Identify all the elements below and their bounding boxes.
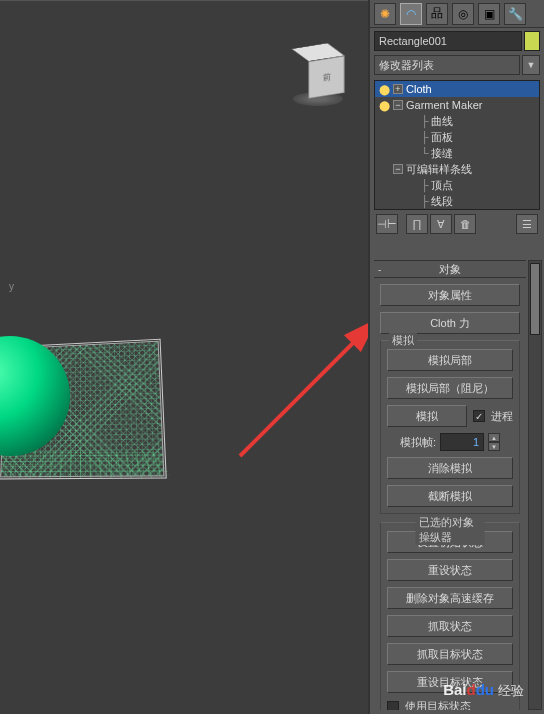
modifier-list-dropdown-arrow[interactable]: ▼	[522, 55, 540, 75]
stack-sub-seam[interactable]: └ 接缝	[375, 145, 539, 161]
simulate-local-damped-button[interactable]: 模拟局部（阻尼）	[387, 377, 513, 399]
sim-frames-spinner[interactable]: ▲▼	[488, 433, 500, 451]
tree-line-icon: ├	[421, 131, 429, 143]
viewcube-front[interactable]: 前	[308, 56, 344, 99]
simulate-button[interactable]: 模拟	[387, 405, 467, 427]
axis-y-label: y	[9, 281, 14, 292]
tree-line-icon: └	[421, 147, 429, 159]
viewcube-cube[interactable]: 前	[300, 49, 336, 92]
collapse-icon[interactable]: −	[393, 164, 403, 174]
utilities-tab-icon[interactable]: 🔧	[504, 3, 526, 25]
stack-sub-vertex[interactable]: ├ 顶点	[375, 177, 539, 193]
pin-stack-icon[interactable]: ⊣⊢	[376, 214, 398, 234]
group-label: 已选的对象操纵器	[416, 515, 485, 545]
use-target-checkbox[interactable]	[387, 701, 399, 711]
remove-modifier-icon[interactable]: 🗑	[454, 214, 476, 234]
stack-label: 线段	[431, 194, 453, 209]
stack-label: 接缝	[431, 146, 453, 161]
stack-item-garment[interactable]: ⬤ − Garment Maker	[375, 97, 539, 113]
create-tab-icon[interactable]: ✺	[374, 3, 396, 25]
object-properties-button[interactable]: 对象属性	[380, 284, 520, 306]
motion-tab-icon[interactable]: ◎	[452, 3, 474, 25]
tree-line-icon: ├	[421, 115, 429, 127]
progress-checkbox[interactable]: ✓	[473, 410, 485, 422]
delete-cache-button[interactable]: 删除对象高速缓存	[387, 587, 513, 609]
group-label: 模拟	[389, 333, 417, 348]
configure-modifier-sets-icon[interactable]: ☰	[516, 214, 538, 234]
grab-state-button[interactable]: 抓取状态	[387, 615, 513, 637]
reset-state-button[interactable]: 重设状态	[387, 559, 513, 581]
stack-sub-segment[interactable]: ├ 线段	[375, 193, 539, 209]
progress-label: 进程	[491, 409, 513, 424]
watermark-brand: Baiddu	[443, 681, 494, 698]
truncate-simulation-button[interactable]: 截断模拟	[387, 485, 513, 507]
command-panel-tabs: ✺ ◠ 品 ◎ ▣ 🔧	[370, 0, 544, 28]
simulate-local-button[interactable]: 模拟局部	[387, 349, 513, 371]
stack-sub-curve[interactable]: ├ 曲线	[375, 113, 539, 129]
stack-label: 曲线	[431, 114, 453, 129]
rollout-area: - 对象 对象属性 Cloth 力 模拟 模拟局部 模拟局部（阻尼） 模拟 ✓ …	[374, 260, 526, 710]
rollout-header-object[interactable]: - 对象	[374, 260, 526, 278]
stack-label: 面板	[431, 130, 453, 145]
lightbulb-icon[interactable]: ⬤	[379, 100, 390, 111]
cloth-force-button[interactable]: Cloth 力	[380, 312, 520, 334]
stack-item-cloth[interactable]: ⬤ + Cloth	[375, 81, 539, 97]
collapse-icon[interactable]: −	[393, 100, 403, 110]
object-color-swatch[interactable]	[524, 31, 540, 51]
stack-label: Cloth	[406, 83, 432, 95]
annotation-arrow	[230, 306, 390, 466]
make-unique-icon[interactable]: ∀	[430, 214, 452, 234]
use-target-label: 使用目标状态	[405, 699, 471, 710]
expand-icon[interactable]: +	[393, 84, 403, 94]
simulate-group: 模拟 模拟局部 模拟局部（阻尼） 模拟 ✓ 进程 模拟帧: 1 ▲▼ 消除模拟 …	[380, 340, 520, 514]
erase-simulation-button[interactable]: 消除模拟	[387, 457, 513, 479]
rollout-title: 对象	[439, 262, 461, 277]
stack-toolbar: ⊣⊢ ∏ ∀ 🗑 ☰	[374, 213, 540, 235]
grab-target-state-button[interactable]: 抓取目标状态	[387, 643, 513, 665]
show-end-result-icon[interactable]: ∏	[406, 214, 428, 234]
stack-sub-panel[interactable]: ├ 面板	[375, 129, 539, 145]
watermark-suffix: 经验	[498, 682, 524, 700]
stack-label: 顶点	[431, 178, 453, 193]
viewport-3d[interactable]: y 前	[0, 0, 368, 714]
lightbulb-icon[interactable]: ⬤	[379, 84, 390, 95]
command-panel: ✺ ◠ 品 ◎ ▣ 🔧 修改器列表 ▼ ⬤ + Cloth ⬤ − Garmen…	[368, 0, 544, 714]
stack-label: Garment Maker	[406, 99, 482, 111]
modify-tab-icon[interactable]: ◠	[400, 3, 422, 25]
stack-label: 可编辑样条线	[406, 162, 472, 177]
display-tab-icon[interactable]: ▣	[478, 3, 500, 25]
modifier-list-dropdown[interactable]: 修改器列表	[374, 55, 520, 75]
tree-line-icon: ├	[421, 179, 429, 191]
sim-frames-field[interactable]: 1	[440, 433, 484, 451]
panel-scrollbar[interactable]	[528, 260, 542, 710]
svg-line-0	[240, 321, 375, 456]
tree-line-icon: ├	[421, 195, 429, 207]
rollout-toggle-icon: -	[378, 264, 381, 275]
hierarchy-tab-icon[interactable]: 品	[426, 3, 448, 25]
modifier-stack[interactable]: ⬤ + Cloth ⬤ − Garment Maker ├ 曲线 ├ 面板 └ …	[374, 80, 540, 210]
watermark: Baiddu 经验	[443, 681, 524, 700]
object-name-field[interactable]	[374, 31, 522, 51]
sim-frames-label: 模拟帧:	[400, 435, 436, 450]
viewcube[interactable]: 前	[288, 41, 348, 101]
stack-item-editable-spline[interactable]: − 可编辑样条线	[375, 161, 539, 177]
